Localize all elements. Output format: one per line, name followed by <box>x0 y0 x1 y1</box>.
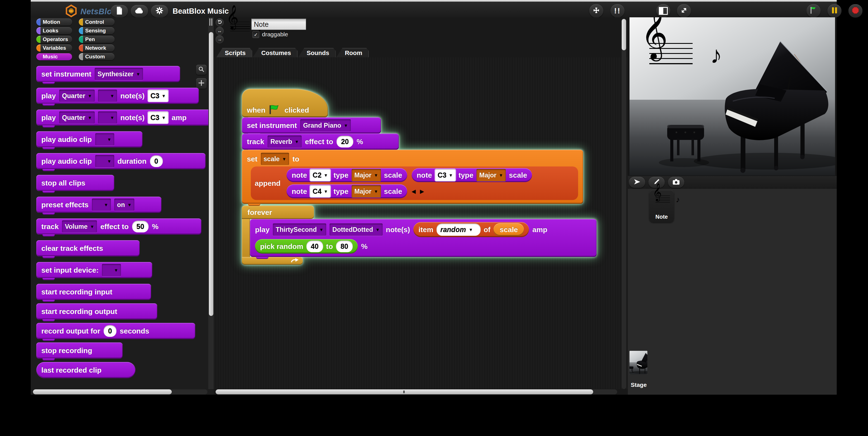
category-button-sensing[interactable]: Sensing <box>79 27 115 34</box>
palette-block[interactable]: set input device:▼ <box>36 262 152 278</box>
dropdown[interactable]: Synthesizer▼ <box>95 68 143 80</box>
dropdown[interactable]: Volume▼ <box>62 220 97 233</box>
palette-block[interactable]: preset effects▼on▼ <box>36 197 161 213</box>
note-dropdown[interactable]: C2▼ <box>310 169 331 181</box>
variable-reporter[interactable]: scale <box>494 223 524 236</box>
note-reporter[interactable]: noteC3▼typeMajor▼scale <box>412 168 532 182</box>
palette-block[interactable]: record output for0seconds <box>36 323 195 339</box>
palette-block[interactable]: playQuarter▼▼note(s)C3▼ <box>36 88 199 104</box>
dropdown[interactable]: ▼ <box>98 90 117 102</box>
category-button-operators[interactable]: Operators <box>36 36 72 43</box>
note-dropdown[interactable]: C4▼ <box>310 185 331 197</box>
item-of-reporter[interactable]: itemrandom▼ofscale <box>413 222 529 237</box>
palette-block[interactable]: playQuarter▼▼note(s)C3▼amp <box>36 110 214 126</box>
pane-splitter-handle[interactable] <box>210 19 210 26</box>
scripts-vertical-scrollbar[interactable] <box>622 19 626 389</box>
palette-block[interactable]: start recording input <box>36 284 151 300</box>
camera-sprite-button[interactable] <box>668 177 684 188</box>
palette-block[interactable]: play audio clip▼ <box>36 131 143 148</box>
play-notes-block[interactable]: playThirtySecond▼DottedDotted▼note(s)ite… <box>250 219 596 257</box>
dropdown[interactable]: Major▼ <box>476 169 506 181</box>
palette-block[interactable]: stop recording <box>36 342 123 359</box>
sprite-tile-note[interactable]: 𝄞♪ Note <box>649 190 674 222</box>
number-input[interactable]: 20 <box>337 136 353 148</box>
script[interactable]: whenclicked set instrumentGrand Piano▼ t… <box>242 89 596 265</box>
dont-rotate-button[interactable]: → <box>216 35 224 43</box>
number-input[interactable]: 0 <box>103 325 117 337</box>
dropdown[interactable]: Reverb▼ <box>268 135 302 148</box>
set-variable-block[interactable]: setscale▼to append noteC2▼typeMajor▼scal… <box>242 150 583 204</box>
category-button-variables[interactable]: Variables <box>36 44 72 52</box>
project-menu-button[interactable] <box>111 5 128 17</box>
category-button-custom[interactable]: Custom <box>79 53 115 60</box>
palette-block[interactable]: start recording output <box>36 303 157 319</box>
number-input[interactable]: 50 <box>132 221 149 232</box>
category-button-looks[interactable]: Looks <box>36 27 72 34</box>
note-dropdown[interactable]: C3▼ <box>435 169 456 181</box>
append-list-block[interactable]: append noteC2▼typeMajor▼scalenoteC3▼type… <box>251 166 578 200</box>
settings-menu-button[interactable] <box>151 5 168 17</box>
note-reporter[interactable]: noteC4▼typeMajor▼scale <box>286 184 407 198</box>
scripts-vertical-scrollbar-thumb[interactable] <box>622 19 626 50</box>
variadic-arrows[interactable]: ◀ ▶ <box>412 188 532 195</box>
forever-block[interactable]: forever playThirtySecond▼DottedDotted▼no… <box>242 206 596 265</box>
dropdown[interactable]: Quarter▼ <box>59 90 95 102</box>
value-dropdown[interactable]: random▼ <box>436 223 480 236</box>
palette-block[interactable]: last recorded clip <box>36 362 135 378</box>
when-flag-clicked-hat-block[interactable]: whenclicked <box>242 89 328 117</box>
cloud-menu-button[interactable] <box>131 5 148 17</box>
number-input[interactable]: 0 <box>150 155 163 167</box>
add-sprite-button[interactable] <box>629 177 645 188</box>
note-sprite-on-stage[interactable]: 𝄞♪ <box>641 35 696 81</box>
palette-block[interactable]: trackVolume▼effect to50% <box>36 218 202 235</box>
number-input[interactable]: 40 <box>306 241 323 252</box>
tab-costumes[interactable]: Costumes <box>253 48 298 58</box>
palette-block[interactable]: stop all clips <box>36 175 114 191</box>
track-effect-block[interactable]: trackReverb▼effect to20% <box>242 133 399 150</box>
stop-button[interactable] <box>848 4 862 18</box>
pick-random-reporter[interactable]: pick random40to80 <box>255 239 358 254</box>
stage-layout-button[interactable] <box>656 4 670 18</box>
rotate-left-right-button[interactable]: ↔ <box>216 27 224 35</box>
draggable-checkbox[interactable]: ✓ <box>252 31 259 38</box>
dropdown[interactable]: ▼ <box>98 112 117 124</box>
tab-scripts[interactable]: Scripts <box>216 48 252 58</box>
category-button-music[interactable]: Music <box>36 53 72 60</box>
category-button-motion[interactable]: Motion <box>36 19 72 26</box>
palette-block[interactable]: set instrumentSynthesizer▼ <box>36 66 180 82</box>
sprite-name-input[interactable] <box>251 19 306 30</box>
palette-block[interactable]: play audio clip▼duration0 <box>36 153 206 169</box>
green-flag-button[interactable] <box>807 4 820 18</box>
alerts-button[interactable]: !! <box>611 4 624 18</box>
expand-stage-button[interactable] <box>677 4 691 18</box>
unused-blocks-button[interactable] <box>589 4 603 18</box>
dropdown[interactable]: ▼ <box>102 264 121 276</box>
dropdown[interactable]: Major▼ <box>351 169 381 181</box>
dropdown[interactable]: scale▼ <box>261 153 289 165</box>
note-reporter[interactable]: noteC2▼typeMajor▼scale <box>286 168 407 182</box>
dropdown[interactable]: ▼ <box>95 155 114 167</box>
dropdown[interactable]: on▼ <box>114 198 134 211</box>
number-input[interactable]: 80 <box>336 241 353 252</box>
note-dropdown[interactable]: C3▼ <box>148 90 168 102</box>
dropdown[interactable]: Major▼ <box>351 185 381 197</box>
dropdown[interactable]: ThirtySecond▼ <box>273 223 326 236</box>
scripts-canvas[interactable]: whenclicked set instrumentGrand Piano▼ t… <box>214 57 628 389</box>
pause-button[interactable] <box>828 4 841 18</box>
palette-vertical-scrollbar-thumb[interactable] <box>209 32 213 316</box>
palette-block[interactable]: clear track effects <box>36 240 140 256</box>
dropdown[interactable]: ▼ <box>95 133 114 146</box>
category-button-control[interactable]: Control <box>79 19 115 26</box>
stage[interactable]: 𝄞♪ <box>629 17 835 176</box>
note-dropdown[interactable]: C3▼ <box>148 112 168 123</box>
set-instrument-block[interactable]: set instrumentGrand Piano▼ <box>242 117 381 133</box>
stage-tile[interactable] <box>629 351 647 374</box>
category-button-pen[interactable]: Pen <box>79 36 115 43</box>
dropdown[interactable]: Grand Piano▼ <box>300 119 351 131</box>
tab-room[interactable]: Room <box>336 48 369 58</box>
tab-sounds[interactable]: Sounds <box>298 48 336 58</box>
rotate-freely-button[interactable] <box>216 19 224 27</box>
dropdown[interactable]: Quarter▼ <box>59 112 95 124</box>
dropdown[interactable]: DottedDotted▼ <box>330 223 382 236</box>
pane-splitter-handle[interactable] <box>211 19 212 26</box>
